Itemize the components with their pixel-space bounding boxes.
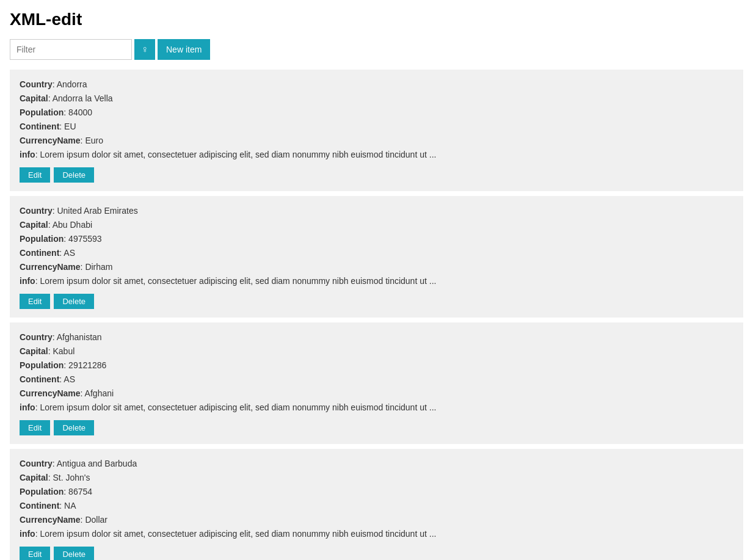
field-capital: Capital: Andorra la Vella xyxy=(20,92,733,105)
card-actions: EditDelete xyxy=(20,294,733,309)
field-label-currency_name: CurrencyName xyxy=(20,388,81,398)
field-label-country: Country xyxy=(20,206,53,216)
field-currency_name: CurrencyName: Dollar xyxy=(20,514,733,526)
field-currency_name: CurrencyName: Euro xyxy=(20,134,733,147)
field-info: info: Lorem ipsum dolor sit amet, consec… xyxy=(20,275,733,288)
field-label-continent: Continent xyxy=(20,374,59,384)
field-label-currency_name: CurrencyName xyxy=(20,136,81,145)
field-currency_name: CurrencyName: Dirham xyxy=(20,261,733,274)
field-country: Country: United Arab Emirates xyxy=(20,205,733,217)
field-country: Country: Andorra xyxy=(20,78,733,91)
field-label-country: Country xyxy=(20,459,53,468)
field-info: info: Lorem ipsum dolor sit amet, consec… xyxy=(20,148,733,161)
field-continent: Continent: AS xyxy=(20,373,733,386)
field-label-currency_name: CurrencyName xyxy=(20,515,81,525)
field-label-info: info xyxy=(20,402,35,412)
delete-button[interactable]: Delete xyxy=(54,547,94,560)
filter-input[interactable] xyxy=(10,39,132,60)
field-population: Population: 4975593 xyxy=(20,233,733,245)
field-continent: Continent: EU xyxy=(20,120,733,133)
new-item-button[interactable]: New item xyxy=(158,39,210,60)
field-population: Population: 84000 xyxy=(20,106,733,119)
field-label-population: Population xyxy=(20,360,64,370)
card-actions: EditDelete xyxy=(20,167,733,183)
field-continent: Continent: NA xyxy=(20,500,733,512)
card-actions: EditDelete xyxy=(20,420,733,435)
field-population: Population: 29121286 xyxy=(20,359,733,372)
list-item: Country: AndorraCapital: Andorra la Vell… xyxy=(10,70,743,191)
filter-icon-button[interactable]: ♀ xyxy=(134,39,155,60)
page-title: XML-edit xyxy=(10,10,743,29)
field-info: info: Lorem ipsum dolor sit amet, consec… xyxy=(20,401,733,414)
field-country: Country: Afghanistan xyxy=(20,331,733,344)
field-label-info: info xyxy=(20,276,35,286)
edit-button[interactable]: Edit xyxy=(20,167,50,183)
field-label-capital: Capital xyxy=(20,93,48,103)
field-label-population: Population xyxy=(20,487,64,496)
field-info: info: Lorem ipsum dolor sit amet, consec… xyxy=(20,528,733,540)
field-label-continent: Continent xyxy=(20,122,59,131)
field-capital: Capital: Abu Dhabi xyxy=(20,219,733,231)
edit-button[interactable]: Edit xyxy=(20,420,50,435)
delete-button[interactable]: Delete xyxy=(54,420,94,435)
field-label-capital: Capital xyxy=(20,473,48,482)
field-label-currency_name: CurrencyName xyxy=(20,262,81,272)
field-capital: Capital: Kabul xyxy=(20,345,733,358)
edit-button[interactable]: Edit xyxy=(20,547,50,560)
toolbar: ♀ New item xyxy=(10,39,743,60)
field-currency_name: CurrencyName: Afghani xyxy=(20,387,733,400)
field-country: Country: Antigua and Barbuda xyxy=(20,457,733,470)
filter-icon: ♀ xyxy=(141,44,148,55)
list-item: Country: AfghanistanCapital: KabulPopula… xyxy=(10,322,743,444)
card-actions: EditDelete xyxy=(20,547,733,560)
field-label-capital: Capital xyxy=(20,220,48,230)
delete-button[interactable]: Delete xyxy=(54,294,94,309)
field-label-country: Country xyxy=(20,79,53,89)
field-label-continent: Continent xyxy=(20,501,59,511)
field-label-continent: Continent xyxy=(20,248,59,258)
field-label-info: info xyxy=(20,529,35,539)
field-label-population: Population xyxy=(20,234,64,244)
field-label-population: Population xyxy=(20,107,64,117)
list-item: Country: United Arab EmiratesCapital: Ab… xyxy=(10,196,743,318)
list-item: Country: Antigua and BarbudaCapital: St.… xyxy=(10,449,743,560)
field-label-info: info xyxy=(20,150,35,159)
delete-button[interactable]: Delete xyxy=(54,167,94,183)
field-capital: Capital: St. John's xyxy=(20,471,733,484)
edit-button[interactable]: Edit xyxy=(20,294,50,309)
field-label-country: Country xyxy=(20,332,53,342)
field-label-capital: Capital xyxy=(20,346,48,356)
field-population: Population: 86754 xyxy=(20,485,733,498)
cards-container: Country: AndorraCapital: Andorra la Vell… xyxy=(10,70,743,560)
field-continent: Continent: AS xyxy=(20,247,733,260)
